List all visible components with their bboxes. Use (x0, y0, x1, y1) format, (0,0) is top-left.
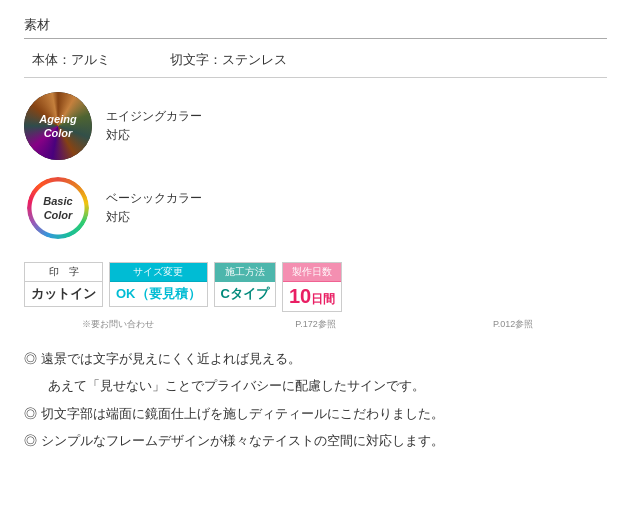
infobox-method-value: Cタイプ (215, 282, 275, 306)
infobox-print-value: カットイン (25, 282, 102, 306)
bullet-mark-2: ◎ (24, 406, 37, 421)
bullet-list: ◎ 遠景では文字が見えにくく近よれば見える。 あえて「見せない」ことでプライバシ… (24, 347, 607, 453)
infobox-print: 印 字 カットイン (24, 262, 103, 307)
bullet-mark-1: ◎ (24, 351, 37, 366)
bullet-item-2: ◎ 切文字部は端面に鏡面仕上げを施しディティールにこだわりました。 (24, 402, 607, 425)
bullet-item-1-sub: あえて「見せない」ことでプライバシーに配慮したサインです。 (24, 374, 607, 397)
bullet-item-1: ◎ 遠景では文字が見えにくく近よれば見える。 (24, 347, 607, 370)
days-number: 10 (289, 285, 311, 307)
basic-description: ベーシックカラー 対応 (106, 189, 202, 227)
bullet-text-1-sub: あえて「見せない」ことでプライバシーに配慮したサインです。 (48, 378, 425, 393)
infobox-print-header: 印 字 (25, 263, 102, 282)
days-unit: 日間 (311, 292, 335, 306)
note-3: P.012参照 (419, 318, 607, 331)
infobox-size-header: サイズ変更 (110, 263, 207, 282)
ageing-description: エイジングカラー 対応 (106, 107, 202, 145)
bullet-item-3: ◎ シンプルなフレームデザインが様々なテイストの空間に対応します。 (24, 429, 607, 452)
bullet-text-1: 遠景では文字が見えにくく近よれば見える。 (41, 351, 301, 366)
notes-row: ※要お問い合わせ P.172参照 P.012参照 (24, 318, 607, 331)
ageing-color-badge: Ageing Color (24, 92, 92, 160)
bullet-text-3: シンプルなフレームデザインが様々なテイストの空間に対応します。 (41, 433, 444, 448)
basic-color-badge: Basic Color (24, 174, 92, 242)
infobox-days-header: 製作日数 (283, 263, 341, 282)
infobox-days-value: 10日間 (283, 282, 341, 311)
bullet-mark-3: ◎ (24, 433, 37, 448)
color-badges-section: Ageing Color エイジングカラー 対応 Basic Color ベーシ… (24, 92, 607, 242)
body-material: 本体：アルミ (32, 51, 110, 69)
bullet-text-2: 切文字部は端面に鏡面仕上げを施しディティールにこだわりました。 (41, 406, 444, 421)
cut-material: 切文字：ステンレス (170, 51, 287, 69)
infobox-method: 施工方法 Cタイプ (214, 262, 276, 307)
note-1: ※要お問い合わせ (24, 318, 212, 331)
divider-top (24, 38, 607, 39)
ageing-color-row: Ageing Color エイジングカラー 対応 (24, 92, 607, 160)
basic-text: Basic Color (43, 194, 72, 223)
note-2: P.172参照 (222, 318, 410, 331)
infobox-size: サイズ変更 OK（要見積） (109, 262, 208, 307)
infobox-size-value: OK（要見積） (110, 282, 207, 306)
ageing-text: Ageing Color (39, 112, 76, 141)
infobox-days: 製作日数 10日間 (282, 262, 342, 312)
info-boxes-row: 印 字 カットイン サイズ変更 OK（要見積） 施工方法 Cタイプ 製作日数 1… (24, 262, 607, 312)
infobox-method-header: 施工方法 (215, 263, 275, 282)
material-row: 本体：アルミ 切文字：ステンレス (24, 47, 607, 78)
basic-color-row: Basic Color ベーシックカラー 対応 (24, 174, 607, 242)
section-title: 素材 (24, 16, 607, 34)
